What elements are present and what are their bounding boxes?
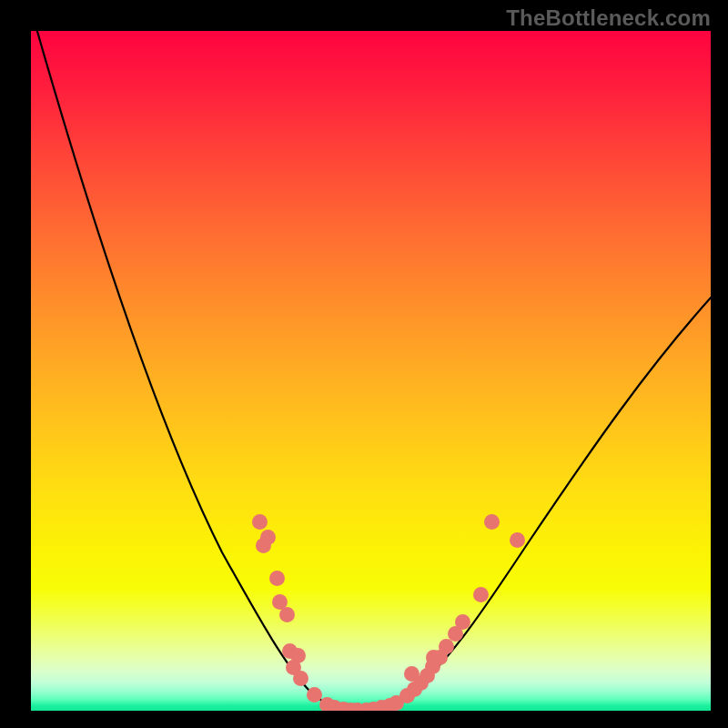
data-dot: [279, 607, 295, 622]
data-dot: [293, 671, 308, 686]
data-dot: [473, 587, 489, 602]
curve-layer: [31, 31, 711, 711]
plot-area: [31, 31, 711, 711]
data-dot: [484, 514, 500, 530]
bottleneck-curve: [31, 31, 711, 711]
data-dot: [269, 571, 285, 586]
data-dot: [510, 532, 525, 548]
data-dot: [252, 514, 268, 530]
data-dot: [307, 687, 322, 703]
chart-frame: TheBottleneck.com: [0, 0, 728, 728]
data-dot: [260, 530, 276, 545]
watermark-text: TheBottleneck.com: [506, 5, 711, 31]
data-dot: [455, 614, 470, 630]
